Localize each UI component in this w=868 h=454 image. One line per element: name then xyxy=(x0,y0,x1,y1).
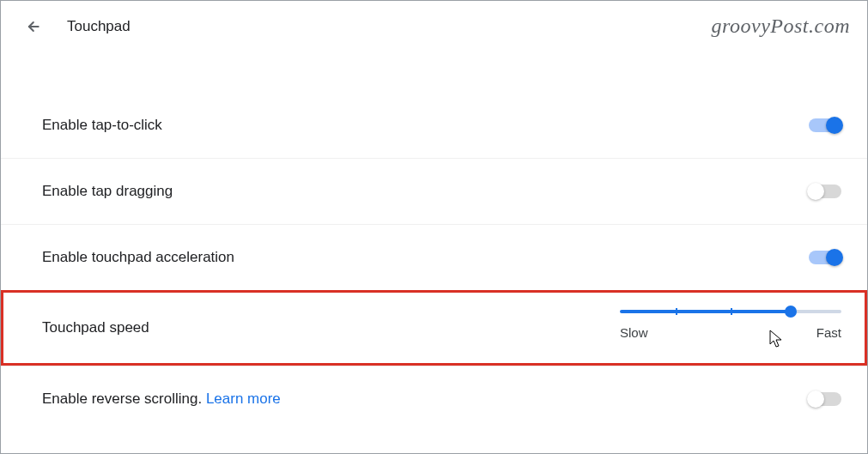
toggle-thumb xyxy=(826,117,843,134)
setting-label: Enable tap dragging xyxy=(42,183,173,200)
setting-label: Enable tap-to-click xyxy=(42,117,162,134)
toggle-thumb xyxy=(807,183,824,200)
slider-thumb[interactable] xyxy=(785,306,797,318)
setting-tap-to-click: Enable tap-to-click xyxy=(1,92,867,158)
learn-more-link[interactable]: Learn more xyxy=(206,390,281,407)
setting-label: Enable touchpad acceleration xyxy=(42,249,234,266)
setting-touchpad-speed: Touchpad speed Slow Fast xyxy=(3,293,865,363)
fast-label: Fast xyxy=(816,325,841,340)
back-button[interactable] xyxy=(22,16,43,37)
toggle-tap-dragging[interactable] xyxy=(809,185,841,198)
slider-container: Slow Fast xyxy=(620,310,841,340)
toggle-thumb xyxy=(826,249,843,266)
setting-tap-dragging: Enable tap dragging xyxy=(1,158,867,224)
reverse-scroll-text: Enable reverse scrolling. xyxy=(42,390,206,407)
highlight-box: Touchpad speed Slow Fast xyxy=(1,290,867,366)
watermark: groovyPost.com xyxy=(712,15,850,38)
toggle-reverse-scrolling[interactable] xyxy=(809,392,841,406)
setting-label: Touchpad speed xyxy=(42,319,149,336)
toggle-thumb xyxy=(807,390,824,408)
touchpad-speed-slider[interactable] xyxy=(620,310,841,313)
arrow-left-icon xyxy=(24,18,41,35)
setting-acceleration: Enable touchpad acceleration xyxy=(1,224,867,290)
toggle-tap-to-click[interactable] xyxy=(809,118,841,132)
header: Touchpad groovyPost.com xyxy=(1,1,867,49)
setting-reverse-scrolling: Enable reverse scrolling. Learn more xyxy=(1,366,867,432)
page-title: Touchpad xyxy=(67,18,131,35)
slider-labels: Slow Fast xyxy=(620,325,841,340)
setting-label: Enable reverse scrolling. Learn more xyxy=(42,390,281,408)
settings-list: Enable tap-to-click Enable tap dragging … xyxy=(1,92,867,432)
toggle-acceleration[interactable] xyxy=(809,251,841,264)
slow-label: Slow xyxy=(620,325,648,340)
